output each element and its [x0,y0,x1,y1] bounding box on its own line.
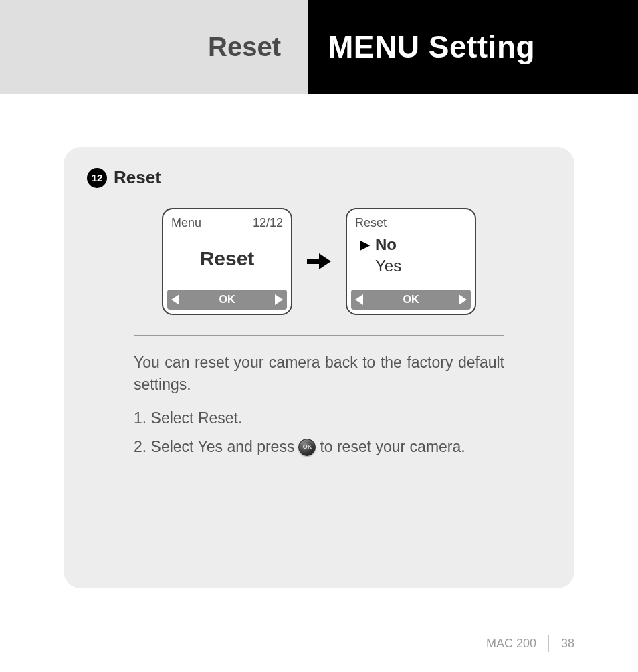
screen-reset-options: ▶ No Yes [351,230,471,287]
header-title: MENU Setting [328,29,535,65]
screen-menu: Menu 12/12 Reset OK [162,208,292,315]
arrow-icon [306,251,332,271]
content-panel: 12 Reset Menu 12/12 Reset OK [64,147,574,588]
screen-reset-top: Reset [351,213,471,230]
step-1: 1. Select Reset. [134,407,504,429]
screen-reset: Reset ▶ No Yes OK [346,208,476,315]
screen-menu-counter: 12/12 [253,216,283,230]
nav-ok-label[interactable]: OK [403,294,419,306]
nav-right-icon[interactable] [275,294,283,305]
step-2-part-b: to reset your camera. [320,436,465,458]
nav-left-icon[interactable] [171,294,179,305]
svg-rect-0 [307,259,319,264]
screen-menu-top: Menu 12/12 [167,213,287,230]
option-yes[interactable]: Yes [360,255,464,277]
page-header: Reset MENU Setting [0,0,638,94]
section-number-badge: 12 [87,168,107,188]
header-right-block: MENU Setting [308,0,638,94]
body-text: You can reset your camera back to the fa… [87,352,551,458]
screen-menu-label: Menu [171,216,201,230]
ok-button-icon: OK [298,439,316,456]
steps-list: 1. Select Reset. 2. Select Yes and press… [134,407,504,459]
header-subtitle: Reset [208,32,281,62]
description-text: You can reset your camera back to the fa… [134,352,504,397]
step-2-part-a: 2. Select Yes and press [134,436,294,458]
screen-menu-main: Reset [167,230,287,287]
option-no-label: No [375,234,397,255]
section-title-row: 12 Reset [87,167,551,188]
nav-ok-label[interactable]: OK [219,294,235,306]
page-body: 12 Reset Menu 12/12 Reset OK [0,94,638,588]
page-footer: MAC 200 38 [486,635,574,652]
divider [134,335,504,336]
step-2: 2. Select Yes and press OK to reset your… [134,436,504,458]
option-no[interactable]: ▶ No [360,234,464,255]
nav-right-icon[interactable] [459,294,467,305]
footer-separator [548,635,549,652]
header-left-block: Reset [0,0,308,94]
nav-left-icon[interactable] [355,294,363,305]
screens-row: Menu 12/12 Reset OK Reset [87,208,551,315]
section-title: Reset [114,167,161,188]
footer-model: MAC 200 [486,637,536,651]
selection-caret-icon: ▶ [360,237,371,253]
screen-reset-navbar: OK [351,290,471,310]
option-yes-label: Yes [375,255,401,277]
footer-page-number: 38 [561,637,574,651]
svg-marker-1 [319,253,331,269]
screen-menu-navbar: OK [167,290,287,310]
screen-reset-label: Reset [355,216,387,230]
